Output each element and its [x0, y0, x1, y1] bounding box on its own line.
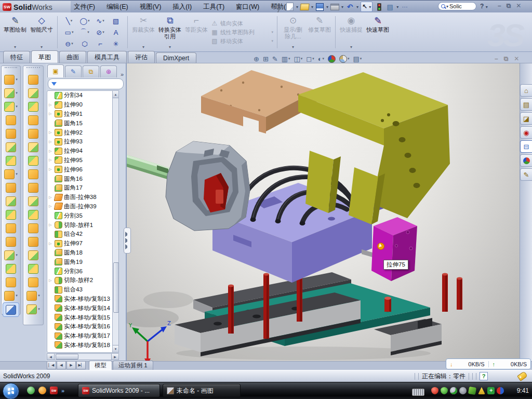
view-tool-icon[interactable]: ▾: [328, 55, 336, 63]
ribbon-tab[interactable]: 草图: [31, 50, 58, 63]
feature-tree-item[interactable]: 分割36: [47, 267, 118, 276]
quick-snaps-button[interactable]: ◉ 快速捕捉▾: [339, 14, 363, 50]
view-tool-icon[interactable]: ✎▾: [272, 55, 278, 63]
repair-sketch-button[interactable]: ✎ 修复草图: [308, 14, 331, 50]
part-small-red-pin[interactable]: [384, 297, 391, 312]
tab-nav-button[interactable]: ▶: [66, 361, 76, 369]
smart-dimension-button[interactable]: ◇ 智能尺寸▾: [30, 14, 54, 50]
expand-arrow-icon[interactable]: [49, 223, 53, 227]
menu-item[interactable]: 视图(V): [140, 3, 162, 11]
feature-tree-item[interactable]: 实体-移动/复制17: [47, 331, 118, 341]
scroll-up-icon[interactable]: ▲: [113, 91, 118, 98]
feature-tree-item[interactable]: 实体-移动/复制18: [47, 341, 118, 350]
doc-close-icon[interactable]: ✕: [514, 55, 519, 62]
feature-tree-item[interactable]: 组合43: [47, 285, 118, 295]
task-pane-tab-icon[interactable]: ✎: [520, 168, 532, 181]
sketch-entity-icon[interactable]: ∿▾: [92, 15, 108, 26]
offset-entities-button[interactable]: ⌐ 等距实体: [184, 14, 208, 50]
mold-tool-icon[interactable]: ▾: [23, 302, 43, 316]
mold-tool-icon[interactable]: ▾: [23, 248, 43, 262]
expand-arrow-icon[interactable]: [49, 140, 53, 144]
task-pane-tab-icon[interactable]: ◉: [520, 126, 532, 139]
ribbon-tab[interactable]: 模具工具: [87, 51, 127, 63]
mold-tool-icon[interactable]: ▾: [23, 167, 43, 181]
convert-entities-button[interactable]: ⧉ 转换实体引用▾: [158, 14, 182, 50]
taskbar-window-paint[interactable]: 未命名 - 画图: [163, 384, 241, 397]
expand-arrow-icon[interactable]: [49, 204, 53, 208]
sketch-entity-icon[interactable]: ⌐▾: [92, 38, 108, 49]
mold-tool-icon[interactable]: ▾: [23, 86, 43, 100]
feature-tree-item[interactable]: 圆角16: [47, 174, 118, 183]
feature-tree-item[interactable]: 拉伸93: [47, 137, 118, 147]
tray-icon[interactable]: [487, 387, 495, 394]
feature-tree-item[interactable]: 拉伸92: [47, 128, 118, 137]
sketch-entity-icon[interactable]: A▾: [108, 26, 124, 38]
close-icon[interactable]: ✕: [516, 2, 521, 9]
task-pane-tab-icon[interactable]: ⌂: [520, 84, 532, 97]
sketch-entity-icon[interactable]: ✳▾: [108, 38, 124, 49]
feature-tree-item[interactable]: 圆角19: [47, 257, 118, 267]
tree-filter-box[interactable]: [48, 78, 124, 89]
sketch-entity-icon[interactable]: ⌒▾: [77, 26, 92, 38]
mold-tool-icon[interactable]: ▾: [23, 73, 43, 86]
mold-tool-icon[interactable]: ▾: [23, 275, 43, 289]
feature-tool-icon[interactable]: ▾: [2, 221, 20, 235]
panel-splitter-handle[interactable]: [124, 228, 131, 254]
document-tab[interactable]: 模型: [89, 361, 112, 370]
mirror-entities-button[interactable]: ⚠镜向实体: [211, 20, 273, 28]
feature-tree-item[interactable]: 实体-移动/复制14: [47, 303, 118, 313]
ribbon-tab[interactable]: 曲面: [59, 51, 86, 63]
scroll-left-icon[interactable]: ◀: [47, 354, 55, 360]
tab-nav-button[interactable]: ▏◀: [47, 361, 56, 369]
feature-manager-tab[interactable]: ✎: [65, 65, 82, 77]
view-tool-icon[interactable]: ⊕▾: [254, 55, 259, 63]
tree-vertical-scrollbar[interactable]: ▲ ▼: [112, 90, 119, 353]
expand-arrow-icon[interactable]: [49, 278, 53, 283]
feature-tree-item[interactable]: 曲面-拉伸38: [47, 193, 118, 202]
mold-tool-icon[interactable]: ▾: [23, 262, 43, 275]
toolbar-grip[interactable]: [5, 67, 17, 72]
print-icon[interactable]: [330, 3, 339, 11]
quick-launch-expand-icon[interactable]: »: [61, 388, 64, 394]
expand-arrow-icon[interactable]: [49, 112, 53, 116]
sketch-entity-icon[interactable]: ▭▾: [61, 26, 77, 38]
tree-horizontal-scrollbar[interactable]: ◀ ▶: [47, 353, 119, 360]
move-entities-button[interactable]: ▧移动实体▾: [211, 37, 273, 45]
sketch-entity-icon[interactable]: ◯▾: [77, 15, 92, 26]
feature-tree-item[interactable]: 拉伸95: [47, 156, 118, 165]
part-olive-bracket[interactable]: [298, 72, 450, 224]
mold-tool-icon[interactable]: ▾: [23, 235, 43, 248]
tray-icon[interactable]: [450, 387, 457, 394]
mold-assembly-3d-scene[interactable]: Y Z X: [127, 63, 520, 361]
restore-icon[interactable]: ⧉: [507, 2, 511, 9]
save-icon[interactable]: [315, 3, 324, 11]
mold-tool-icon[interactable]: ▾: [23, 208, 43, 221]
view-tool-icon[interactable]: ◻▾: [306, 55, 314, 63]
expand-arrow-icon[interactable]: [49, 103, 53, 107]
feature-tool-icon[interactable]: ▾: [2, 167, 20, 181]
tray-icon[interactable]: [478, 387, 485, 394]
sketch-button[interactable]: ✎ 草图绘制▾: [3, 14, 27, 50]
feature-tool-icon[interactable]: ▾: [2, 73, 20, 86]
feature-tool-icon[interactable]: ▾: [2, 194, 20, 208]
expand-arrow-icon[interactable]: [49, 149, 53, 153]
feature-tool-icon[interactable]: ▾: [2, 140, 20, 154]
view-tool-icon[interactable]: ◫▾: [294, 55, 303, 63]
mold-tool-icon[interactable]: ▾: [23, 221, 43, 235]
rapid-sketch-button[interactable]: ✎ 快速草图: [366, 14, 390, 50]
feature-manager-tab[interactable]: ⊕: [100, 65, 117, 77]
expand-arrow-icon[interactable]: [49, 167, 53, 171]
sketch-entity-icon[interactable]: ⊘▾: [92, 26, 108, 38]
sketch-entity-icon[interactable]: ⊖▾: [61, 38, 77, 49]
open-file-icon[interactable]: [300, 3, 309, 11]
doc-minimize-icon[interactable]: –: [495, 55, 498, 62]
feature-tool-icon[interactable]: ▾: [2, 100, 20, 113]
more-tools-icon[interactable]: ⋯: [401, 3, 409, 11]
feature-tree-item[interactable]: 拉伸90: [47, 100, 118, 110]
mold-tool-icon[interactable]: ▾: [23, 194, 43, 208]
feature-tool-icon[interactable]: ▾: [3, 302, 19, 317]
messenger-icon[interactable]: [27, 387, 35, 394]
expand-arrow-icon[interactable]: [49, 242, 53, 246]
doc-restore-icon[interactable]: ⧉: [504, 55, 509, 62]
part-grey-clamp[interactable]: [127, 141, 250, 231]
